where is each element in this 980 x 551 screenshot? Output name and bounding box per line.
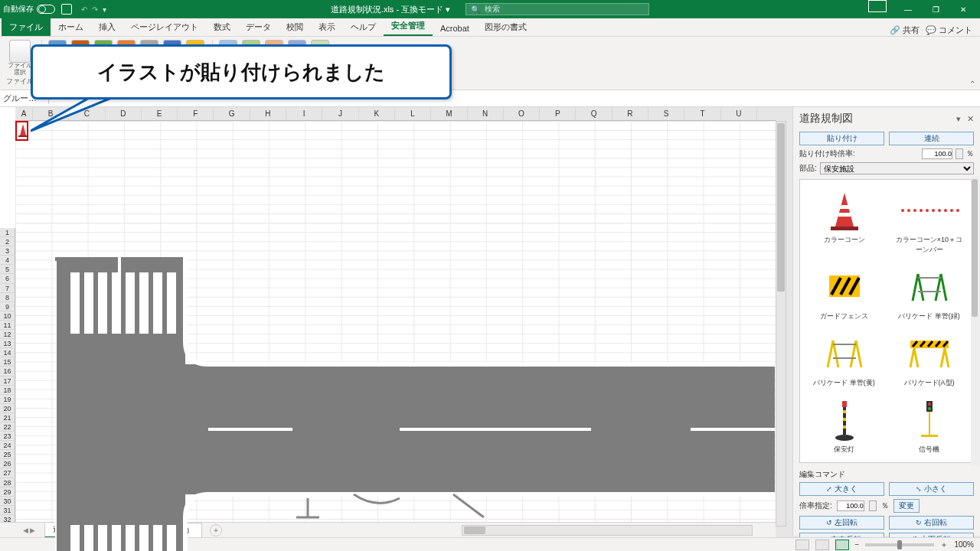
row-30[interactable]: 30 bbox=[0, 497, 15, 506]
search-box[interactable]: 🔍 検索 bbox=[466, 3, 649, 15]
tab-pagelayout[interactable]: ページレイアウト bbox=[123, 18, 206, 36]
col-L[interactable]: L bbox=[395, 107, 431, 120]
view-normal-icon[interactable] bbox=[795, 540, 809, 550]
row-13[interactable]: 13 bbox=[0, 339, 15, 348]
row-10[interactable]: 10 bbox=[0, 311, 15, 321]
row-11[interactable]: 11 bbox=[0, 321, 15, 330]
row-8[interactable]: 8 bbox=[0, 293, 15, 302]
tab-safety[interactable]: 安全管理 bbox=[384, 17, 433, 36]
row-31[interactable]: 31 bbox=[0, 506, 15, 515]
minimize-button[interactable]: — bbox=[894, 0, 922, 18]
tab-shapeformat[interactable]: 図形の書式 bbox=[477, 18, 534, 36]
row-6[interactable]: 6 bbox=[0, 274, 15, 283]
col-J[interactable]: J bbox=[322, 107, 358, 120]
row-19[interactable]: 19 bbox=[0, 395, 15, 404]
row-24[interactable]: 24 bbox=[0, 441, 15, 450]
sheet-nav-prev[interactable]: ◀ bbox=[23, 527, 28, 534]
col-S[interactable]: S bbox=[648, 107, 684, 120]
scale-spinner[interactable] bbox=[956, 148, 963, 159]
row-16[interactable]: 16 bbox=[0, 367, 15, 376]
row-4[interactable]: 4 bbox=[0, 256, 15, 265]
tab-review[interactable]: 校閲 bbox=[279, 18, 311, 36]
row-17[interactable]: 17 bbox=[0, 377, 15, 386]
row-2[interactable]: 2 bbox=[0, 237, 15, 246]
col-I[interactable]: I bbox=[286, 107, 322, 120]
rotate-right-button[interactable]: ↻右回転 bbox=[889, 516, 974, 530]
tab-file[interactable]: ファイル bbox=[2, 18, 51, 36]
gallery-item-safety-light[interactable]: 保安灯 bbox=[805, 394, 884, 458]
row-14[interactable]: 14 bbox=[0, 348, 15, 357]
row-26[interactable]: 26 bbox=[0, 459, 15, 468]
view-pagelayout-icon[interactable] bbox=[815, 540, 829, 550]
zoom-level[interactable]: 100% bbox=[954, 540, 974, 549]
row-18[interactable]: 18 bbox=[0, 386, 15, 395]
tab-acrobat[interactable]: Acrobat bbox=[433, 21, 477, 36]
zoom-in-icon[interactable]: ＋ bbox=[940, 540, 948, 550]
tab-home[interactable]: ホーム bbox=[51, 18, 91, 36]
tab-data[interactable]: データ bbox=[238, 18, 279, 36]
gallery-item-signal[interactable]: 信号機 bbox=[890, 394, 969, 458]
scale-input[interactable] bbox=[922, 148, 952, 159]
autosave-toggle[interactable]: 自動保存 bbox=[3, 4, 55, 15]
row-23[interactable]: 23 bbox=[0, 432, 15, 441]
paste-button[interactable]: 貼り付け bbox=[799, 132, 884, 145]
undo-icon[interactable]: ↶ bbox=[81, 5, 87, 14]
row-21[interactable]: 21 bbox=[0, 413, 15, 422]
row-29[interactable]: 29 bbox=[0, 487, 15, 497]
taskpane-menu-icon[interactable]: ▾ bbox=[956, 114, 961, 124]
col-Q[interactable]: Q bbox=[576, 107, 612, 120]
save-icon[interactable] bbox=[61, 4, 72, 15]
col-E[interactable]: E bbox=[142, 107, 178, 120]
row-7[interactable]: 7 bbox=[0, 284, 15, 293]
road-illustration[interactable] bbox=[55, 257, 775, 551]
tab-help[interactable]: ヘルプ bbox=[343, 18, 384, 36]
gallery-scrollbar[interactable] bbox=[971, 176, 980, 466]
gallery-item-barricade-green[interactable]: バリケード 単管(緑) bbox=[890, 261, 969, 324]
gallery-item-barricade-a[interactable]: バリケード(A型) bbox=[890, 328, 969, 391]
col-H[interactable]: H bbox=[250, 107, 286, 120]
col-K[interactable]: K bbox=[359, 107, 395, 120]
bigger-button[interactable]: ⤢大きく bbox=[799, 482, 884, 496]
ratio-input[interactable] bbox=[837, 500, 864, 511]
gallery-item-guardfence[interactable]: ガードフェンス bbox=[805, 261, 884, 324]
comment-button[interactable]: 💬 コメント bbox=[926, 24, 972, 36]
ribbon-display-icon[interactable] bbox=[868, 0, 887, 12]
col-O[interactable]: O bbox=[504, 107, 540, 120]
tab-formulas[interactable]: 数式 bbox=[206, 18, 238, 36]
ratio-spinner[interactable] bbox=[869, 500, 877, 511]
row-3[interactable]: 3 bbox=[0, 246, 15, 256]
col-F[interactable]: F bbox=[178, 107, 214, 120]
gallery-item-cone[interactable]: カラーコーン bbox=[805, 184, 884, 258]
continuous-button[interactable]: 連続 bbox=[889, 132, 974, 145]
tab-insert[interactable]: 挿入 bbox=[91, 18, 123, 36]
parts-select[interactable]: 保安施設 bbox=[820, 162, 974, 174]
close-button[interactable]: ✕ bbox=[949, 0, 977, 18]
gallery-item-cone-bar[interactable]: カラーコーン×10＋コーンバー bbox=[890, 184, 969, 258]
row-20[interactable]: 20 bbox=[0, 404, 15, 413]
col-U[interactable]: U bbox=[721, 107, 757, 120]
zoom-out-icon[interactable]: − bbox=[855, 540, 860, 549]
rotate-left-button[interactable]: ↺左回転 bbox=[799, 516, 884, 530]
redo-icon[interactable]: ↷ bbox=[92, 5, 98, 14]
qat-more-icon[interactable]: ▾ bbox=[103, 5, 106, 14]
maximize-button[interactable]: ❐ bbox=[922, 0, 949, 18]
row-15[interactable]: 15 bbox=[0, 357, 15, 367]
col-R[interactable]: R bbox=[612, 107, 648, 120]
file-select-icon[interactable] bbox=[9, 40, 31, 63]
smaller-button[interactable]: ⤡小さく bbox=[889, 482, 974, 496]
change-button[interactable]: 変更 bbox=[893, 499, 920, 513]
gallery-item-barricade-yellow[interactable]: バリケード 単管(黄) bbox=[805, 328, 884, 391]
collapse-ribbon-icon[interactable]: ⌃ bbox=[969, 80, 975, 88]
pasted-cone-shape[interactable] bbox=[18, 122, 28, 139]
row-12[interactable]: 12 bbox=[0, 330, 15, 339]
share-button[interactable]: 🔗 共有 bbox=[890, 24, 920, 36]
col-P[interactable]: P bbox=[540, 107, 576, 120]
view-pagebreak-icon[interactable] bbox=[835, 540, 849, 550]
col-T[interactable]: T bbox=[684, 107, 720, 120]
zoom-slider[interactable] bbox=[865, 543, 934, 546]
row-25[interactable]: 25 bbox=[0, 450, 15, 459]
sheet-nav-next[interactable]: ▶ bbox=[30, 527, 35, 534]
tab-view[interactable]: 表示 bbox=[311, 18, 343, 36]
row-9[interactable]: 9 bbox=[0, 302, 15, 311]
vertical-scrollbar[interactable] bbox=[776, 121, 786, 527]
